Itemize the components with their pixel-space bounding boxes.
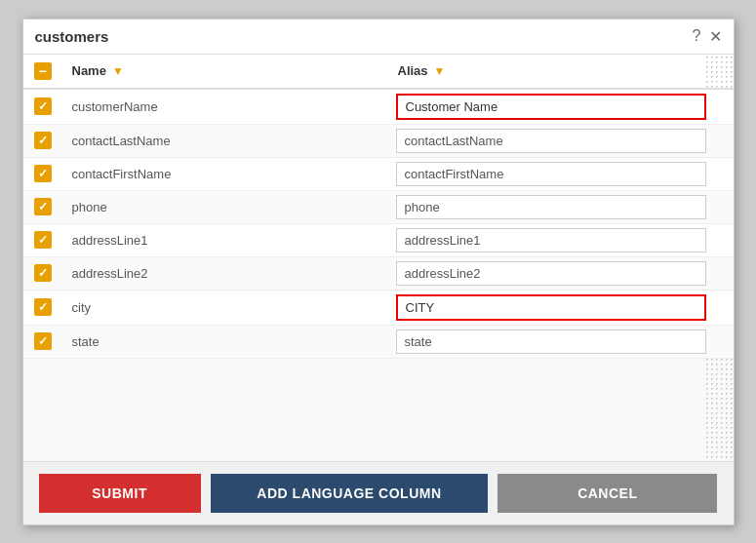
checkbox-cell-4: [23, 225, 62, 254]
table-row: state: [23, 326, 734, 359]
alias-input-6[interactable]: [396, 294, 706, 321]
table-row: city: [23, 291, 734, 326]
name-cell-4: addressLine1: [62, 227, 388, 253]
header-checkbox-cell: −: [23, 55, 62, 88]
add-language-button[interactable]: ADD LANGUAGE COLUMN: [211, 474, 488, 513]
checkbox-7[interactable]: [34, 332, 52, 350]
checkbox-3[interactable]: [34, 198, 52, 215]
checkbox-2[interactable]: [34, 165, 52, 182]
alias-cell-1: [388, 125, 714, 157]
checkbox-0[interactable]: [34, 97, 52, 115]
header-name-label: Name: [72, 63, 106, 78]
alias-cell-3: [388, 191, 714, 223]
checkbox-4[interactable]: [34, 231, 52, 249]
checkbox-cell-6: [23, 292, 62, 322]
table-row: customerName: [23, 90, 734, 125]
table-row: contactLastName: [23, 125, 734, 158]
checkbox-1[interactable]: [34, 132, 52, 149]
alias-cell-2: [388, 158, 714, 190]
checkbox-cell-7: [23, 327, 62, 356]
alias-cell-5: [388, 257, 714, 290]
dialog: customers ? ✕ − Name ▼ Alias ▼: [22, 19, 735, 525]
alias-cell-6: [388, 291, 714, 325]
name-cell-2: contactFirstName: [62, 161, 388, 187]
alias-filter-icon[interactable]: ▼: [434, 64, 446, 78]
table-header: − Name ▼ Alias ▼: [23, 55, 734, 90]
name-cell-7: state: [62, 329, 388, 355]
rows-wrapper[interactable]: customerName contactLastName contactFirs…: [23, 90, 734, 359]
checkbox-6[interactable]: [34, 298, 52, 316]
checkbox-cell-5: [23, 258, 62, 288]
checkbox-5[interactable]: [34, 264, 52, 282]
name-cell-3: phone: [62, 194, 388, 220]
alias-input-1[interactable]: [396, 129, 706, 153]
name-cell-6: city: [62, 294, 388, 321]
alias-input-7[interactable]: [396, 330, 706, 354]
checkbox-cell-1: [23, 126, 62, 155]
checkbox-cell-0: [23, 92, 62, 121]
submit-button[interactable]: SUBMIT: [39, 474, 201, 513]
table-row: addressLine1: [23, 224, 734, 257]
table-row: addressLine2: [23, 257, 734, 291]
table-row: contactFirstName: [23, 158, 734, 191]
alias-input-3[interactable]: [396, 195, 706, 219]
table-container: − Name ▼ Alias ▼ customerName: [23, 55, 734, 461]
header-alias-label: Alias: [398, 63, 428, 78]
alias-input-0[interactable]: [396, 94, 706, 120]
alias-cell-0: [388, 90, 714, 124]
dialog-title: customers: [35, 28, 109, 45]
checkbox-cell-2: [23, 159, 62, 188]
help-icon[interactable]: ?: [693, 27, 701, 45]
table-row: phone: [23, 191, 734, 224]
name-cell-5: addressLine2: [62, 260, 388, 287]
alias-cell-4: [388, 224, 714, 256]
alias-input-4[interactable]: [396, 228, 706, 252]
name-cell-1: contactLastName: [62, 128, 388, 154]
close-icon[interactable]: ✕: [709, 27, 722, 46]
footer: SUBMIT ADD LANGUAGE COLUMN CANCEL: [23, 461, 734, 524]
minus-icon[interactable]: −: [34, 62, 52, 80]
header-alias-cell: Alias ▼: [388, 55, 714, 88]
header-scroll-col: [714, 55, 734, 88]
alias-input-2[interactable]: [396, 162, 706, 186]
alias-input-5[interactable]: [396, 261, 706, 286]
title-bar-icons: ? ✕: [693, 27, 722, 46]
alias-cell-7: [388, 326, 714, 358]
title-bar: customers ? ✕: [23, 19, 734, 55]
name-filter-icon[interactable]: ▼: [112, 64, 124, 78]
header-name-cell: Name ▼: [62, 55, 388, 88]
checkbox-cell-3: [23, 192, 62, 221]
name-cell-0: customerName: [62, 94, 388, 120]
cancel-button[interactable]: CANCEL: [497, 474, 717, 513]
